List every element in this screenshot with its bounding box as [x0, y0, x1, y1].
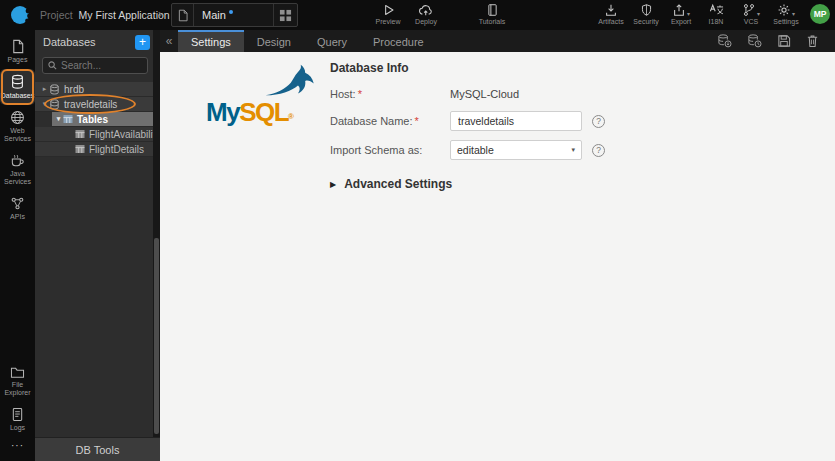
page-grid-icon[interactable] [273, 4, 297, 26]
add-database-button[interactable]: + [135, 35, 150, 50]
i18n-label: I18N [709, 18, 724, 25]
database-cylinder-icon [49, 84, 60, 95]
settings-button[interactable]: ▾ Settings [772, 2, 800, 25]
help-icon[interactable]: ? [592, 115, 605, 128]
tab-main-page[interactable]: Main [194, 4, 273, 26]
tab-query[interactable]: Query [304, 30, 360, 52]
sidebar-item-apis[interactable]: APIs [0, 191, 35, 226]
export-label: Export [671, 18, 691, 25]
panel-title: Databases [43, 36, 135, 48]
host-value: MySQL-Cloud [450, 88, 519, 100]
sidebar-item-label: Web Services [0, 127, 35, 143]
search-input[interactable] [61, 60, 141, 71]
sidebar-item-file-explorer[interactable]: File Explorer [0, 361, 35, 402]
tree-node-tables[interactable]: ▾ Tables [52, 112, 160, 127]
project-label: Project [40, 9, 73, 21]
vcs-label: VCS [744, 18, 758, 25]
tree-node-flightavailability[interactable]: FlightAvailability [35, 127, 160, 142]
user-avatar[interactable]: MP [810, 4, 830, 24]
left-nav-rail: Pages Databases Web Services Java Servic… [0, 30, 35, 461]
coffee-cup-icon [10, 153, 25, 168]
sidebar-item-databases[interactable]: Databases [0, 69, 35, 105]
database-name-row: Database Name:* ? [330, 111, 660, 131]
tab-procedure[interactable]: Procedure [360, 30, 437, 52]
caret-expanded-icon[interactable]: ▾ [54, 115, 63, 123]
play-icon [382, 2, 395, 17]
main-area: « Settings Design Query Procedure [160, 30, 835, 461]
sidebar-item-web-services[interactable]: Web Services [0, 105, 35, 148]
import-schema-select[interactable]: editable ▾ [450, 140, 582, 160]
tree-node-hrdb[interactable]: ▸ hrdb [35, 82, 160, 97]
required-asterisk: * [415, 115, 419, 127]
help-icon[interactable]: ? [592, 144, 605, 157]
security-button[interactable]: Security [632, 2, 660, 25]
tutorials-label: Tutorials [479, 18, 506, 25]
selected-option: editable [457, 144, 494, 156]
section-title: Database Info [330, 61, 660, 75]
import-schema-row: Import Schema as: editable ▾ ? [330, 140, 660, 160]
page-tab-strip: Main [171, 3, 298, 27]
export-button[interactable]: ▾ Export [667, 2, 695, 25]
scrollbar-thumb[interactable] [154, 238, 159, 434]
database-name-label: Database Name:* [330, 115, 450, 127]
db-tools-button[interactable]: DB Tools [35, 437, 160, 461]
sidebar-item-label: APIs [10, 213, 25, 221]
page-tab-label: Main [202, 9, 226, 21]
cloud-upload-icon [418, 2, 434, 17]
security-label: Security [633, 18, 658, 25]
tutorials-button[interactable]: Tutorials [478, 2, 506, 25]
caret-expanded-icon[interactable]: ▾ [40, 100, 49, 108]
database-tree: ▸ hrdb ▾ traveldetails ▾ Tables Fli [35, 82, 160, 157]
i18n-button[interactable]: I18N [702, 2, 730, 25]
translate-icon [709, 2, 724, 17]
sidebar-item-java-services[interactable]: Java Services [0, 148, 35, 191]
caret-down-icon: ▾ [792, 10, 795, 17]
breadcrumb-chevron-icon: › [158, 6, 162, 21]
artifacts-label: Artifacts [598, 18, 623, 25]
databases-panel-header: Databases + [35, 30, 160, 54]
tree-node-label: hrdb [64, 84, 84, 95]
import-schema-label: Import Schema as: [330, 144, 450, 156]
artifacts-button[interactable]: Artifacts [597, 2, 625, 25]
sidebar-item-logs[interactable]: Logs [0, 402, 35, 437]
top-bar: Project My First Application › Main Prev… [0, 0, 835, 30]
app-logo-icon[interactable] [10, 5, 30, 25]
pages-icon [11, 39, 25, 54]
advanced-settings-toggle[interactable]: ▶ Advanced Settings [330, 177, 660, 191]
caret-down-icon: ▾ [687, 10, 690, 17]
required-asterisk: * [358, 88, 362, 100]
sidebar-item-label: Pages [8, 56, 28, 64]
tab-design[interactable]: Design [244, 30, 304, 52]
deploy-label: Deploy [415, 18, 437, 25]
download-tray-icon [604, 2, 618, 17]
panel-scrollbar[interactable] [153, 30, 160, 437]
search-icon [48, 61, 57, 70]
database-search-box[interactable] [42, 57, 148, 74]
database-info-form: Database Info Host:* MySQL-Cloud Databas… [330, 61, 660, 191]
page-file-icon[interactable] [172, 4, 194, 26]
api-nodes-icon [10, 196, 25, 211]
folder-icon [10, 366, 25, 379]
vcs-button[interactable]: ▾ VCS [737, 2, 765, 25]
reimport-database-icon[interactable] [717, 34, 732, 48]
save-icon[interactable] [777, 34, 791, 48]
deploy-button[interactable]: Deploy [412, 2, 440, 25]
tree-node-flightdetails[interactable]: FlightDetails [35, 142, 160, 157]
host-label: Host:* [330, 88, 450, 100]
more-ellipsis-icon: ··· [11, 442, 24, 450]
export-database-icon[interactable] [747, 34, 762, 48]
database-name-input[interactable] [450, 111, 582, 131]
sidebar-item-pages[interactable]: Pages [0, 34, 35, 69]
tree-node-traveldetails[interactable]: ▾ traveldetails [35, 97, 160, 112]
tree-node-label: FlightDetails [89, 144, 144, 155]
host-row: Host:* MySQL-Cloud [330, 88, 660, 100]
delete-icon[interactable] [806, 34, 819, 48]
table-icon [63, 114, 73, 124]
collapse-panel-button[interactable]: « [160, 30, 178, 52]
preview-button[interactable]: Preview [374, 2, 402, 25]
tab-settings[interactable]: Settings [178, 30, 244, 52]
book-icon [486, 2, 499, 17]
caret-collapsed-icon[interactable]: ▸ [40, 85, 49, 93]
databases-panel: Databases + ▸ hrdb ▾ traveldetails ▾ [35, 30, 160, 461]
sidebar-item-more[interactable]: ··· [0, 437, 35, 455]
